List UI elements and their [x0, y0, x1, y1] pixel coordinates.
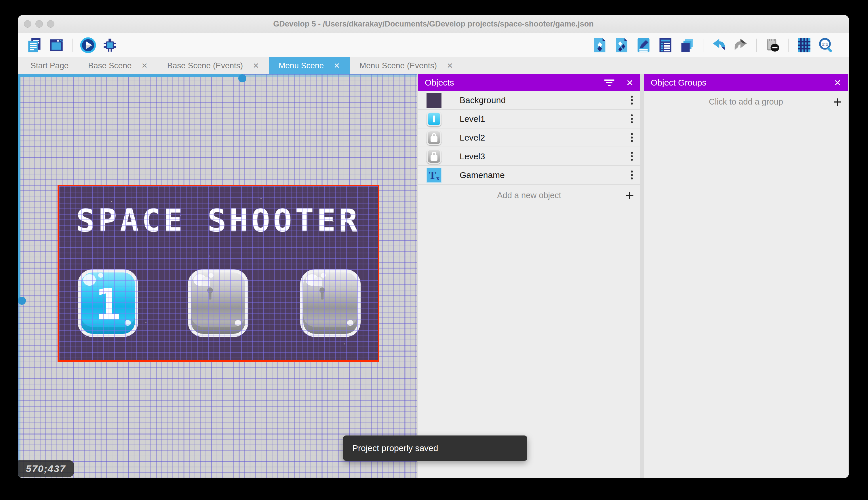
save-toast: Project properly saved [343, 435, 527, 461]
zoom-original-icon[interactable]: 1:1 [818, 37, 834, 54]
tab-label: Menu Scene (Events) [360, 61, 437, 70]
lock-icon [314, 281, 347, 286]
kebab-menu-icon[interactable] [631, 95, 633, 98]
add-new-object-row[interactable]: Add a new object + [418, 185, 640, 206]
object-row-level3[interactable]: Level3 [418, 147, 640, 166]
gloss-dot [235, 320, 241, 326]
kebab-menu-icon[interactable] [631, 171, 633, 172]
add-group-plus-icon[interactable]: + [833, 94, 842, 110]
object-name: Gamename [460, 170, 505, 180]
tab-base-scene-events[interactable]: Base Scene (Events) ✕ [157, 57, 269, 74]
grid-icon[interactable] [796, 37, 812, 54]
tab-label: Menu Scene [279, 61, 324, 70]
tab-bar: Start Page Base Scene ✕ Base Scene (Even… [18, 57, 849, 74]
tab-base-scene[interactable]: Base Scene ✕ [78, 57, 157, 74]
object-row-gamename[interactable]: Gamename [418, 166, 640, 185]
add-group-label: Click to add a group [709, 97, 783, 106]
tab-close-icon[interactable]: ✕ [447, 61, 453, 70]
instances-list-icon[interactable] [657, 37, 674, 54]
tab-close-icon[interactable]: ✕ [333, 61, 340, 70]
kebab-menu-icon[interactable] [631, 114, 633, 116]
window-mask-icon[interactable] [764, 37, 781, 54]
object-name: Level2 [460, 133, 485, 143]
content-area: SPACE SHOOTER 1 [18, 74, 849, 478]
level1-button-instance[interactable]: 1 [78, 269, 138, 337]
vertical-scrollbar[interactable] [18, 74, 21, 478]
toolbar-divider [703, 38, 703, 52]
tab-close-icon[interactable]: ✕ [141, 61, 148, 70]
objects-panel-close-icon[interactable]: ✕ [626, 78, 633, 88]
toolbar: 1:1 [18, 33, 849, 57]
toolbar-right-group: 1:1 [589, 37, 837, 54]
objects-panel: Objects ✕ Background Level1 Level2 [418, 74, 640, 478]
gamename-thumbnail [426, 168, 442, 183]
redo-icon[interactable] [732, 37, 749, 54]
gdevelop-window: GDevelop 5 - /Users/dkarakay/Documents/G… [18, 15, 849, 478]
objects-panel-icon[interactable] [591, 37, 608, 54]
vertical-scrollbar-handle[interactable] [18, 297, 26, 305]
level1-thumbnail [426, 112, 442, 126]
background-thumbnail [426, 93, 442, 108]
scene-properties-icon[interactable] [635, 37, 652, 54]
window-title: GDevelop 5 - /Users/dkarakay/Documents/G… [18, 15, 849, 33]
object-groups-panel-header: Object Groups ✕ [644, 74, 848, 91]
tab-menu-scene[interactable]: Menu Scene ✕ [269, 57, 350, 74]
toast-message: Project properly saved [352, 443, 438, 453]
gloss-dot [347, 320, 353, 326]
undo-icon[interactable] [711, 37, 727, 54]
level3-thumbnail [426, 149, 442, 164]
play-icon[interactable] [80, 37, 96, 54]
svg-text:1:1: 1:1 [822, 41, 828, 46]
edit-scene-icon[interactable] [48, 37, 65, 54]
kebab-menu-icon[interactable] [631, 152, 633, 154]
horizontal-scrollbar-thumb[interactable] [18, 74, 243, 77]
cursor-coordinates-label: 570;437 [18, 460, 74, 477]
scene-selection-rect[interactable]: SPACE SHOOTER 1 [58, 185, 379, 362]
object-row-level2[interactable]: Level2 [418, 128, 640, 147]
gloss-highlight [83, 274, 96, 286]
objects-panel-title: Objects [425, 78, 592, 88]
level3-button-instance[interactable] [300, 269, 361, 337]
level2-thumbnail [426, 130, 442, 145]
toolbar-divider [756, 38, 757, 52]
vertical-scrollbar-thumb[interactable] [18, 74, 21, 302]
object-name: Background [460, 95, 506, 105]
debug-icon[interactable] [102, 37, 118, 54]
object-name: Level1 [460, 114, 485, 124]
add-new-object-label: Add a new object [497, 191, 561, 200]
kebab-menu-icon[interactable] [631, 133, 633, 135]
tab-start-page[interactable]: Start Page [21, 57, 78, 74]
level2-button-instance[interactable] [188, 269, 248, 337]
object-name: Level3 [460, 151, 485, 161]
add-group-row[interactable]: Click to add a group + [644, 91, 848, 113]
scene-title-text[interactable]: SPACE SHOOTER [59, 203, 378, 238]
object-groups-icon[interactable] [613, 37, 630, 54]
object-row-level1[interactable]: Level1 [418, 110, 640, 128]
lock-icon [201, 281, 235, 286]
tab-label: Base Scene [88, 61, 131, 70]
horizontal-scrollbar[interactable] [18, 74, 417, 77]
layers-icon[interactable] [679, 37, 696, 54]
object-groups-panel: Object Groups ✕ Click to add a group + [644, 74, 848, 478]
tab-close-icon[interactable]: ✕ [253, 61, 259, 70]
object-groups-panel-title: Object Groups [651, 78, 822, 88]
horizontal-scrollbar-handle[interactable] [238, 74, 246, 82]
object-groups-close-icon[interactable]: ✕ [834, 78, 841, 88]
filter-icon[interactable] [604, 79, 615, 87]
tab-label: Start Page [31, 61, 69, 70]
gloss-dot [125, 320, 131, 326]
scene-editor-canvas[interactable]: SPACE SHOOTER 1 [18, 74, 417, 478]
tab-menu-scene-events[interactable]: Menu Scene (Events) ✕ [350, 57, 463, 74]
titlebar: GDevelop 5 - /Users/dkarakay/Documents/G… [18, 15, 849, 33]
tab-label: Base Scene (Events) [167, 61, 243, 70]
toolbar-divider [72, 38, 72, 52]
object-row-background[interactable]: Background [418, 91, 640, 110]
project-manager-icon[interactable] [26, 37, 43, 54]
add-object-plus-icon[interactable]: + [625, 188, 634, 203]
toolbar-divider [788, 38, 788, 52]
objects-panel-header: Objects ✕ [418, 74, 640, 91]
